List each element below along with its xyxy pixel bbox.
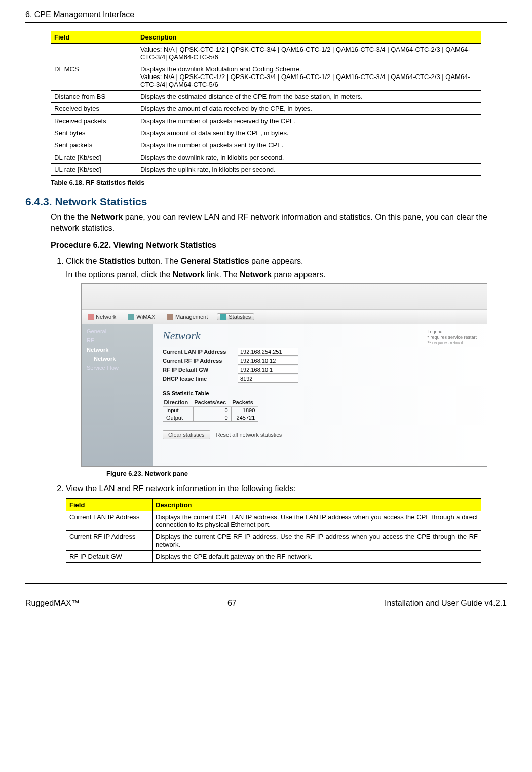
table-cell-description: Displays amount of data sent by the CPE,…: [137, 127, 481, 139]
table2-header-field: Field: [66, 499, 153, 511]
page-footer: RuggedMAX™ 67 Installation and User Guid…: [25, 599, 507, 608]
form-value: 192.168.10.1: [238, 366, 298, 374]
form-label: DHCP lease time: [163, 375, 234, 383]
form-label: RF IP Default GW: [163, 366, 234, 374]
header-rule: [25, 22, 507, 23]
management-icon: [167, 314, 173, 320]
footer-rule: [25, 583, 507, 584]
ss-table-cell: 245721: [231, 414, 258, 422]
nav-statistics[interactable]: Statistics: [217, 313, 254, 320]
table-cell-field: Distance from BS: [51, 91, 137, 103]
section-heading: 6.4.3. Network Statistics: [25, 196, 507, 208]
statistics-icon: [220, 314, 226, 320]
table1-header-description: Description: [137, 31, 481, 44]
ss-table-cell: 1890: [231, 407, 258, 414]
table-cell-field: Received packets: [51, 115, 137, 127]
ss-table-header: Packets: [231, 398, 258, 407]
nav-management[interactable]: Management: [164, 314, 211, 320]
table-cell-field: Current LAN IP Address: [66, 511, 153, 531]
table-cell-description: Displays the CPE default gateway on the …: [153, 551, 481, 563]
rf-statistics-table: Field Description Values: N/A | QPSK-CTC…: [51, 31, 481, 176]
table-cell-description: Displays the number of packets sent by t…: [137, 139, 481, 151]
ss-statistic-table: DirectionPackets/secPackets Input01890Ou…: [163, 398, 258, 422]
form-label: Current LAN IP Address: [163, 348, 234, 356]
step-1: Click the Statistics button. The General…: [66, 257, 507, 477]
sidebar-network-sub[interactable]: Network: [87, 356, 147, 362]
network-fields-table: Field Description Current LAN IP Address…: [66, 498, 481, 563]
ss-table-cell: 0: [193, 414, 231, 422]
form-value: 192.168.254.251: [238, 348, 298, 356]
step-2: View the LAN and RF network information …: [66, 484, 507, 563]
table-cell-description: Displays the estimated distance of the C…: [137, 91, 481, 103]
ss-table-title: SS Statistic Table: [163, 390, 477, 396]
sidebar-rf[interactable]: RF: [87, 337, 147, 343]
ss-table-cell: 0: [193, 407, 231, 414]
screenshot-banner: [82, 284, 487, 310]
ss-table-header: Direction: [163, 398, 194, 407]
table-cell-description: Values: N/A | QPSK-CTC-1/2 | QPSK-CTC-3/…: [137, 44, 481, 63]
clear-statistics-button[interactable]: Clear statistics: [163, 430, 210, 439]
clear-statistics-desc: Reset all network statistics: [216, 432, 282, 438]
table2-header-description: Description: [153, 499, 481, 511]
table-cell-description: Displays the current CPE LAN IP address.…: [153, 511, 481, 531]
table-cell-description: Displays the current CPE RF IP address. …: [153, 531, 481, 551]
network-form: Current LAN IP Address192.168.254.251Cur…: [163, 348, 477, 383]
footer-right: Installation and User Guide v4.2.1: [385, 599, 507, 608]
form-label: Current RF IP Address: [163, 357, 234, 365]
table-cell-description: Displays the uplink rate, in kilobits pe…: [137, 164, 481, 176]
procedure-title: Procedure 6.22. Viewing Network Statisti…: [51, 241, 507, 250]
screenshot-legend: Legend:* requires service restart** requ…: [427, 329, 477, 345]
screenshot-main: Legend:* requires service restart** requ…: [153, 324, 487, 466]
table-cell-field: RF IP Default GW: [66, 551, 153, 563]
network-pane-screenshot: Network WiMAX Management Statistics Gene…: [81, 283, 487, 467]
footer-left: RuggedMAX™: [25, 599, 80, 608]
sidebar-service-flow[interactable]: Service Flow: [87, 365, 147, 371]
table1-header-field: Field: [51, 31, 137, 44]
nav-network[interactable]: Network: [85, 314, 119, 320]
table-cell-field: Sent packets: [51, 139, 137, 151]
page-header: 6. CPE Management Interface: [25, 10, 507, 19]
nav-wimax[interactable]: WiMAX: [125, 314, 158, 320]
form-value: 192.168.10.12: [238, 357, 298, 365]
table-cell-description: Displays the number of packets received …: [137, 115, 481, 127]
table-cell-field: DL rate [Kb/sec]: [51, 151, 137, 164]
screenshot-navbar: Network WiMAX Management Statistics: [82, 310, 487, 324]
sidebar-network[interactable]: Network: [87, 346, 147, 353]
table-cell-field: Current RF IP Address: [66, 531, 153, 551]
screenshot-sidebar: General RF Network Network Service Flow: [82, 324, 153, 466]
wimax-icon: [128, 314, 134, 320]
form-value: 8192: [238, 375, 298, 383]
table-cell-field: UL rate [Kb/sec]: [51, 164, 137, 176]
figure-caption: Figure 6.23. Network pane: [106, 470, 507, 477]
table-cell-field: Sent bytes: [51, 127, 137, 139]
ss-table-cell: Input: [163, 407, 194, 414]
ss-table-cell: Output: [163, 414, 194, 422]
table-cell-field: Received bytes: [51, 103, 137, 115]
table-cell-description: Displays the downlink rate, in kilobits …: [137, 151, 481, 164]
table-cell-description: Displays the amount of data received by …: [137, 103, 481, 115]
footer-center: 67: [227, 599, 237, 608]
section-intro: On the the Network pane, you can review …: [51, 212, 502, 234]
table-cell-field: DL MCS: [51, 63, 137, 91]
network-icon: [88, 314, 94, 320]
table-cell-field: [51, 44, 137, 63]
sidebar-general[interactable]: General: [87, 328, 147, 334]
table1-caption: Table 6.18. RF Statistics fields: [51, 179, 507, 186]
table-cell-description: Displays the downlink Modulation and Cod…: [137, 63, 481, 91]
procedure-steps: Click the Statistics button. The General…: [51, 257, 507, 563]
ss-table-header: Packets/sec: [193, 398, 231, 407]
